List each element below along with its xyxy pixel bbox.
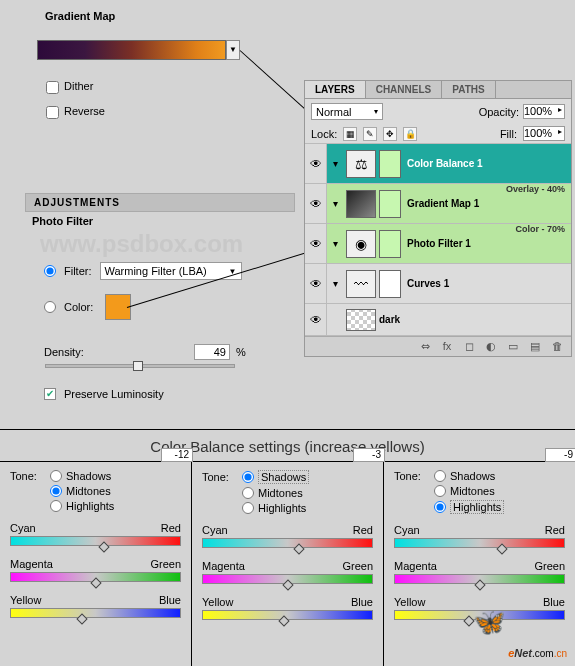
reverse-checkbox[interactable]: Reverse: [46, 105, 105, 119]
tone-option: Highlights: [450, 500, 504, 514]
eye-icon[interactable]: 👁: [305, 144, 327, 183]
link-icon[interactable]: ⇔: [417, 340, 433, 353]
fill-input[interactable]: 100%: [523, 126, 565, 141]
layer-meta: Color - 70%: [515, 224, 565, 234]
layer-label: dark: [379, 314, 400, 325]
layer-label: Gradient Map 1: [407, 198, 479, 209]
eye-icon[interactable]: 👁: [305, 184, 327, 223]
density-input[interactable]: [194, 344, 230, 360]
cb-slider[interactable]: CyanRed+9: [202, 524, 373, 550]
blend-mode-select[interactable]: Normal▾: [311, 103, 383, 120]
slider-value[interactable]: -12: [161, 448, 193, 462]
filter-radio[interactable]: [44, 265, 56, 277]
tone-label: Tone:: [202, 471, 238, 483]
enet-logo: eNet.com.cn: [508, 639, 567, 662]
fx-icon[interactable]: fx: [439, 340, 455, 353]
slider-left-label: Cyan: [394, 524, 420, 536]
tab-channels[interactable]: CHANNELS: [366, 81, 443, 98]
density-label: Density:: [44, 346, 194, 358]
dither-checkbox[interactable]: Dither: [46, 80, 93, 94]
eye-icon[interactable]: 👁: [305, 224, 327, 263]
tone-radio-midtones[interactable]: [434, 485, 446, 497]
dither-label: Dither: [64, 80, 93, 92]
layer-row[interactable]: 👁▾ Gradient Map 1 Overlay - 40%: [305, 184, 571, 224]
camera-icon: ◉: [346, 230, 376, 258]
layer-row[interactable]: 👁 dark: [305, 304, 571, 336]
slider-right-label: Green: [534, 560, 565, 572]
lock-brush-icon[interactable]: ✎: [363, 127, 377, 141]
cb-slider[interactable]: CyanRed+6: [10, 522, 181, 548]
preserve-checkbox[interactable]: ✔: [44, 388, 56, 400]
gradient-map-title: Gradient Map: [0, 0, 575, 32]
lock-all-icon[interactable]: 🔒: [403, 127, 417, 141]
watermark-text: www.psdbox.com: [40, 230, 243, 258]
slider-right-label: Blue: [159, 594, 181, 606]
slider-value[interactable]: -3: [353, 448, 385, 462]
adjust-icon[interactable]: ◐: [483, 340, 499, 353]
tone-radio-shadows[interactable]: [242, 471, 254, 483]
tone-radio-highlights[interactable]: [50, 500, 62, 512]
mask-icon[interactable]: ◻: [461, 340, 477, 353]
cb-slider[interactable]: MagentaGreen0: [10, 558, 181, 584]
slider-left-label: Magenta: [10, 558, 53, 570]
tone-option: Shadows: [450, 470, 495, 482]
slider-left-label: Yellow: [202, 596, 233, 608]
lock-move-icon[interactable]: ✥: [383, 127, 397, 141]
slider-right-label: Red: [545, 524, 565, 536]
slider-right-label: Blue: [543, 596, 565, 608]
layer-row[interactable]: 👁▾ ⚖ Color Balance 1: [305, 144, 571, 184]
tone-radio-midtones[interactable]: [242, 487, 254, 499]
eye-icon[interactable]: 👁: [305, 304, 327, 335]
cb-slider[interactable]: CyanRed+19: [394, 524, 565, 550]
layer-row[interactable]: 👁▾ 〰 Curves 1: [305, 264, 571, 304]
slider-value[interactable]: -9: [545, 448, 575, 462]
butterfly-icon: 🦋: [473, 607, 505, 638]
gradient-swatch[interactable]: [37, 40, 226, 60]
layers-footer: ⇔ fx ◻ ◐ ▭ ▤ 🗑: [305, 336, 571, 356]
filter-label: Filter:: [64, 265, 92, 277]
gradient-icon: [346, 190, 376, 218]
tone-radio-midtones[interactable]: [50, 485, 62, 497]
transparent-icon: [346, 309, 376, 331]
layer-label: Color Balance 1: [407, 158, 483, 169]
lock-transparency-icon[interactable]: ▦: [343, 127, 357, 141]
cb-slider[interactable]: MagentaGreen0: [202, 560, 373, 586]
opacity-input[interactable]: 100%: [523, 104, 565, 119]
slider-right-label: Green: [150, 558, 181, 570]
tone-option: Highlights: [66, 500, 114, 512]
tab-paths[interactable]: PATHS: [442, 81, 495, 98]
cb-slider[interactable]: YellowBlue-3: [202, 596, 373, 622]
tone-radio-highlights[interactable]: [434, 501, 446, 513]
reverse-label: Reverse: [64, 105, 105, 117]
trash-icon[interactable]: 🗑: [549, 340, 565, 353]
lock-label: Lock:: [311, 128, 337, 140]
cb-slider[interactable]: MagentaGreen0: [394, 560, 565, 586]
layer-row[interactable]: 👁▾ ◉ Photo Filter 1 Color - 70%: [305, 224, 571, 264]
eye-icon[interactable]: 👁: [305, 264, 327, 303]
slider-left-label: Magenta: [394, 560, 437, 572]
slider-right-label: Blue: [351, 596, 373, 608]
tone-radio-shadows[interactable]: [434, 470, 446, 482]
slider-left-label: Magenta: [202, 560, 245, 572]
tone-label: Tone:: [10, 470, 46, 482]
gradient-dropdown-icon[interactable]: ▼: [226, 40, 240, 60]
slider-right-label: Green: [342, 560, 373, 572]
layer-label: Curves 1: [407, 278, 449, 289]
tab-layers[interactable]: LAYERS: [305, 81, 366, 98]
slider-right-label: Red: [353, 524, 373, 536]
tone-radio-highlights[interactable]: [242, 502, 254, 514]
color-radio[interactable]: [44, 301, 56, 313]
slider-left-label: Yellow: [10, 594, 41, 606]
tone-radio-shadows[interactable]: [50, 470, 62, 482]
blend-mode-value: Normal: [316, 106, 351, 118]
new-icon[interactable]: ▤: [527, 340, 543, 353]
density-slider[interactable]: [45, 362, 235, 368]
tone-option: Shadows: [258, 470, 309, 484]
folder-icon[interactable]: ▭: [505, 340, 521, 353]
adjustments-header: ADJUSTMENTS: [25, 193, 295, 212]
photo-filter-title: Photo Filter: [32, 215, 93, 227]
tone-option: Shadows: [66, 470, 111, 482]
cb-slider[interactable]: YellowBlue-12: [10, 594, 181, 620]
color-label: Color:: [64, 301, 93, 313]
tone-label: Tone:: [394, 470, 430, 482]
